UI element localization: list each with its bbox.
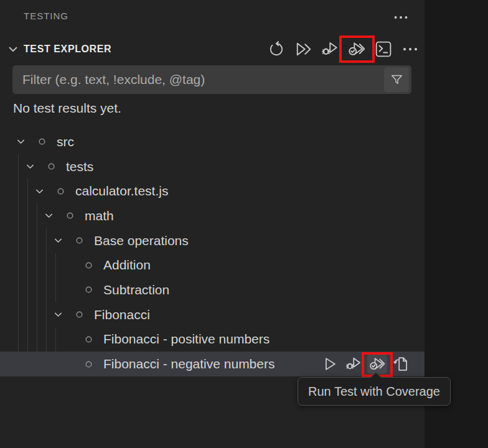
pane-more-actions-button[interactable] xyxy=(391,8,411,27)
run-all-button[interactable] xyxy=(294,40,312,58)
row-actions xyxy=(320,352,425,376)
indent-spacer xyxy=(0,364,60,365)
test-filter xyxy=(12,65,411,94)
tree-item-addition[interactable]: Addition xyxy=(0,253,425,278)
tree-item-label: Fibonacci - negative numbers xyxy=(103,357,274,371)
more-actions-button[interactable] xyxy=(401,40,420,58)
tooltip-text: Run Test with Coverage xyxy=(308,385,440,399)
go-to-test-icon xyxy=(392,355,410,373)
tree-item-fibonacci[interactable]: Fibonacci xyxy=(0,302,425,327)
section-title: TEST EXPLORER xyxy=(24,44,111,55)
tree-item-src[interactable]: src xyxy=(0,129,425,154)
test-state-circle-icon xyxy=(82,283,95,297)
twisty-chevron-down-icon[interactable] xyxy=(23,160,37,174)
run-test-with-coverage-icon xyxy=(368,355,386,373)
tooltip: Run Test with Coverage xyxy=(298,377,451,406)
refresh-icon xyxy=(267,40,286,58)
tree-item-label: src xyxy=(57,134,74,149)
test-state-circle-icon xyxy=(82,258,95,272)
indent-spacer xyxy=(0,339,60,340)
run-test-with-coverage-button[interactable] xyxy=(367,354,387,374)
run-all-icon xyxy=(294,40,312,58)
more-actions-icon xyxy=(392,9,410,26)
pane-header: TESTING xyxy=(0,6,425,29)
test-tree: srctestscalculator.test.jsmathBase opera… xyxy=(0,129,425,377)
tree-item-label: Fibonacci - positive numbers xyxy=(103,332,270,347)
test-filter-input[interactable] xyxy=(12,65,384,94)
debug-all-icon xyxy=(321,40,339,58)
twisty-chevron-down-icon[interactable] xyxy=(51,308,65,322)
test-state-circle-icon xyxy=(72,308,86,322)
test-state-circle-icon xyxy=(63,209,77,223)
test-state-circle-icon xyxy=(82,332,95,346)
twisty-chevron-down-icon[interactable] xyxy=(42,209,55,223)
twisty-chevron-down-icon[interactable] xyxy=(14,135,27,149)
test-state-circle-icon xyxy=(82,357,95,371)
run-all-with-coverage-button[interactable] xyxy=(347,40,366,58)
test-state-circle-icon xyxy=(44,160,58,174)
debug-all-button[interactable] xyxy=(321,40,339,58)
test-state-circle-icon xyxy=(54,184,67,198)
debug-test-button[interactable] xyxy=(344,354,364,374)
twisty-chevron-down-icon[interactable] xyxy=(32,184,46,198)
indent-spacer xyxy=(0,141,14,142)
indent-spacer xyxy=(0,215,42,216)
filter-options-button[interactable] xyxy=(384,67,409,92)
tree-item-label: Addition xyxy=(103,258,151,273)
indent-spacer xyxy=(0,240,51,241)
pane-title: TESTING xyxy=(24,11,68,21)
run-all-with-coverage-icon xyxy=(347,40,366,58)
chevron-down-icon xyxy=(7,43,19,55)
tree-item-label: calculator.test.js xyxy=(75,184,168,198)
section-toolbar xyxy=(267,40,425,58)
tree-item-math[interactable]: math xyxy=(0,203,425,228)
more-actions-icon xyxy=(401,40,420,58)
twisty-chevron-down-icon[interactable] xyxy=(51,234,65,248)
test-explorer-section-header: TEST EXPLORER xyxy=(0,36,425,62)
run-test-button[interactable] xyxy=(320,354,340,374)
indent-spacer xyxy=(0,191,32,192)
indent-spacer xyxy=(0,166,23,167)
test-state-circle-icon xyxy=(35,135,49,149)
go-to-test-button[interactable] xyxy=(391,354,411,374)
tree-item-tests[interactable]: tests xyxy=(0,154,425,179)
status-message: No test results yet. xyxy=(13,101,121,116)
output-terminal-button[interactable] xyxy=(374,40,393,58)
tree-item-fibonacci-positive-numbers[interactable]: Fibonacci - positive numbers xyxy=(0,327,425,352)
debug-test-icon xyxy=(345,355,362,373)
run-test-icon xyxy=(321,355,339,373)
tree-item-label: Base operations xyxy=(94,233,189,248)
tree-item-fibonacci-negative-numbers[interactable]: Fibonacci - negative numbers xyxy=(0,352,425,376)
tree-item-base-operations[interactable]: Base operations xyxy=(0,228,425,253)
tree-item-label: Fibonacci xyxy=(94,307,150,322)
tree-item-label: math xyxy=(85,208,114,223)
tree-item-calculator-test-js[interactable]: calculator.test.js xyxy=(0,179,425,203)
indent-spacer xyxy=(0,265,60,266)
test-state-circle-icon xyxy=(72,234,86,248)
filter-funnel-icon xyxy=(390,73,404,87)
output-terminal-icon xyxy=(374,40,393,58)
refresh-button[interactable] xyxy=(267,40,286,58)
indent-spacer xyxy=(0,314,51,315)
indent-spacer xyxy=(0,289,60,290)
tree-item-subtraction[interactable]: Subtraction xyxy=(0,278,425,302)
tree-item-label: Subtraction xyxy=(103,282,169,297)
tree-item-label: tests xyxy=(66,159,93,174)
section-collapse-button[interactable] xyxy=(4,40,22,58)
